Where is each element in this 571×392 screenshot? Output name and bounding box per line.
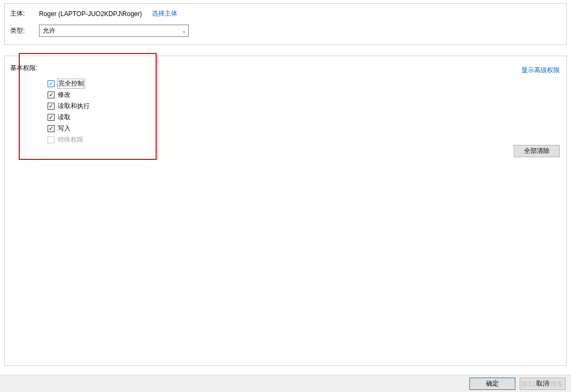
chevron-down-icon: ⌄ bbox=[182, 28, 186, 34]
select-principal-link[interactable]: 选择主体 bbox=[152, 9, 178, 18]
permission-item: 特殊权限 bbox=[48, 134, 561, 145]
permission-label: 读取 bbox=[58, 113, 71, 122]
permission-checkbox[interactable] bbox=[48, 125, 55, 132]
permissions-list: 完全控制修改读取和执行读取写入特殊权限 bbox=[48, 78, 561, 145]
principal-value: Roger (LAPTOP-JUO2KDPJ\Roger) bbox=[39, 10, 142, 18]
permission-checkbox[interactable] bbox=[48, 114, 55, 121]
permission-checkbox[interactable] bbox=[48, 103, 55, 110]
permission-item: 写入 bbox=[48, 123, 561, 134]
permission-label: 写入 bbox=[58, 124, 71, 133]
principal-row: 主体: Roger (LAPTOP-JUO2KDPJ\Roger) 选择主体 bbox=[10, 9, 561, 18]
basic-permissions-label: 基本权限: bbox=[10, 64, 561, 73]
type-select[interactable]: 允许 ⌄ bbox=[39, 25, 189, 37]
permission-label: 读取和执行 bbox=[58, 102, 90, 111]
permission-checkbox[interactable] bbox=[48, 91, 55, 98]
permission-item: 读取 bbox=[48, 112, 561, 123]
permission-item: 修改 bbox=[48, 89, 561, 101]
principal-type-panel: 主体: Roger (LAPTOP-JUO2KDPJ\Roger) 选择主体 类… bbox=[4, 3, 567, 45]
dialog-footer: 确定 取消 bbox=[0, 375, 571, 392]
show-advanced-permissions-link[interactable]: 显示高级权限 bbox=[521, 66, 560, 75]
clear-all-button[interactable]: 全部清除 bbox=[514, 145, 560, 157]
permission-checkbox[interactable] bbox=[48, 80, 55, 87]
principal-label: 主体: bbox=[10, 9, 34, 18]
type-row: 类型: 允许 ⌄ bbox=[10, 25, 561, 37]
permission-label: 特殊权限 bbox=[58, 135, 83, 144]
cancel-button[interactable]: 取消 bbox=[520, 378, 566, 390]
permission-label: 完全控制 bbox=[58, 79, 84, 88]
permission-item: 完全控制 bbox=[48, 78, 561, 89]
type-label: 类型: bbox=[10, 26, 34, 35]
type-select-value: 允许 bbox=[43, 26, 56, 35]
permission-checkbox bbox=[48, 136, 55, 143]
ok-button[interactable]: 确定 bbox=[469, 378, 515, 390]
permissions-panel: 基本权限: 显示高级权限 完全控制修改读取和执行读取写入特殊权限 全部清除 bbox=[4, 56, 567, 366]
permission-item: 读取和执行 bbox=[48, 101, 561, 112]
permission-label: 修改 bbox=[58, 90, 71, 99]
